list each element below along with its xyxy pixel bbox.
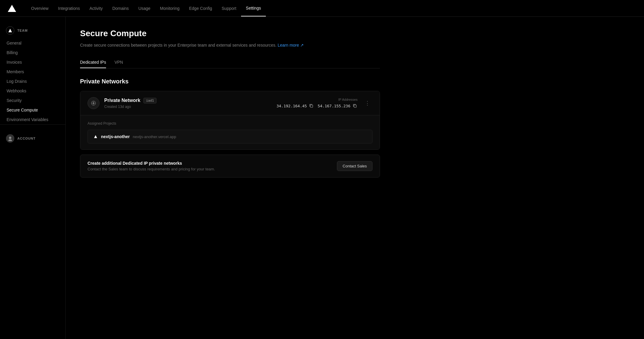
nav-settings[interactable]: Settings [241, 0, 266, 16]
sidebar-item-invoices[interactable]: Invoices [4, 57, 62, 67]
sidebar-account-section: ACCOUNT [0, 129, 65, 145]
tab-vpn[interactable]: VPN [114, 57, 123, 68]
copy-ip1-button[interactable] [309, 103, 314, 109]
sidebar: TEAM General Billing Invoices Members Lo… [0, 17, 66, 339]
assigned-projects-section: Assigned Projects nextjs-another nextjs-… [80, 115, 380, 149]
svg-rect-10 [310, 105, 313, 107]
ip-value-1: 34.192.164.45 [277, 104, 307, 108]
svg-point-3 [8, 140, 12, 141]
sidebar-item-environment-variables[interactable]: Environment Variables [4, 115, 62, 124]
ip-item-1: 34.192.164.45 [277, 103, 314, 109]
nav-edge-config[interactable]: Edge Config [184, 1, 217, 16]
network-icon [88, 97, 99, 109]
nav-activity[interactable]: Activity [85, 1, 108, 16]
nav-integrations[interactable]: Integrations [53, 1, 85, 16]
nav-monitoring[interactable]: Monitoring [155, 1, 184, 16]
network-name: Private Network [104, 98, 140, 103]
sidebar-item-billing[interactable]: Billing [4, 48, 62, 57]
sidebar-nav: General Billing Invoices Members Log Dra… [0, 38, 65, 124]
sidebar-bottom: ACCOUNT [0, 124, 65, 145]
svg-point-2 [9, 137, 11, 139]
project-item: nextjs-another nextjs-another.vercel.app [88, 130, 372, 143]
tabs-container: Dedicated IPs VPN [80, 57, 380, 68]
more-icon: ⋮ [365, 100, 370, 106]
vercel-logo[interactable] [7, 4, 17, 13]
ip-item-2: 54.167.155.236 [318, 103, 358, 109]
svg-rect-11 [354, 105, 356, 107]
network-created: Created 13d ago [104, 105, 277, 109]
top-navigation: Overview Integrations Activity Domains U… [0, 0, 644, 17]
page-title: Secure Compute [80, 29, 380, 38]
cta-title: Create additional Dedicated IP private n… [88, 161, 215, 166]
sidebar-item-log-drains[interactable]: Log Drains [4, 77, 62, 86]
tab-dedicated-ips[interactable]: Dedicated IPs [80, 57, 106, 68]
page-layout: TEAM General Billing Invoices Members Lo… [0, 17, 644, 339]
cta-description: Contact the Sales team to discuss requir… [88, 167, 215, 171]
sidebar-item-members[interactable]: Members [4, 67, 62, 77]
svg-marker-1 [8, 29, 12, 32]
external-link-icon: ↗ [300, 43, 304, 48]
network-info: Private Network iad1 Created 13d ago [104, 98, 277, 109]
network-header: Private Network iad1 Created 13d ago IP … [80, 91, 380, 115]
account-avatar [6, 134, 14, 143]
cta-card: Create additional Dedicated IP private n… [80, 155, 380, 178]
assigned-label: Assigned Projects [88, 121, 372, 126]
ip-addresses-label: IP Addresses [338, 98, 358, 101]
network-ips: IP Addresses 34.192.164.45 [277, 98, 358, 109]
copy-ip2-button[interactable] [352, 103, 358, 109]
network-card: Private Network iad1 Created 13d ago IP … [80, 91, 380, 150]
project-url: nextjs-another.vercel.app [133, 135, 176, 139]
top-nav-links: Overview Integrations Activity Domains U… [26, 0, 637, 16]
svg-point-5 [93, 103, 94, 104]
sidebar-team-section: TEAM [0, 24, 65, 37]
account-label: ACCOUNT [17, 137, 36, 140]
nav-support[interactable]: Support [217, 1, 241, 16]
contact-sales-button[interactable]: Contact Sales [337, 161, 372, 171]
network-name-row: Private Network iad1 [104, 98, 277, 103]
project-name: nextjs-another [101, 134, 130, 139]
main-content: Secure Compute Create secure connections… [66, 17, 394, 339]
project-triangle-icon [93, 134, 98, 139]
nav-overview[interactable]: Overview [26, 1, 53, 16]
network-more-button[interactable]: ⋮ [362, 99, 372, 108]
cta-text: Create additional Dedicated IP private n… [88, 161, 215, 171]
sidebar-item-secure-compute[interactable]: Secure Compute [4, 105, 62, 115]
page-description: Create secure connections between projec… [80, 42, 380, 48]
svg-marker-0 [8, 5, 16, 12]
ip-value-2: 54.167.155.236 [318, 104, 350, 108]
team-icon [6, 26, 14, 35]
network-region-badge: iad1 [143, 98, 157, 103]
learn-more-link[interactable]: Learn more ↗ [277, 43, 303, 48]
nav-domains[interactable]: Domains [108, 1, 134, 16]
svg-marker-12 [94, 135, 97, 138]
sidebar-item-general[interactable]: General [4, 38, 62, 48]
private-networks-title: Private Networks [80, 78, 380, 85]
sidebar-item-security[interactable]: Security [4, 96, 62, 105]
sidebar-item-webhooks[interactable]: Webhooks [4, 86, 62, 96]
nav-usage[interactable]: Usage [134, 1, 155, 16]
team-label: TEAM [17, 29, 28, 32]
ip-addresses-list: 34.192.164.45 54.167.155.236 [277, 103, 358, 109]
